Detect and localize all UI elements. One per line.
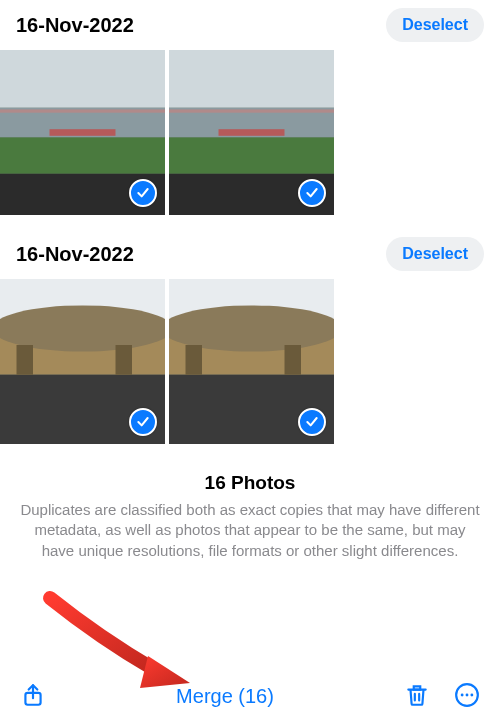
merge-button[interactable]: Merge (16) <box>176 685 274 708</box>
svg-rect-11 <box>219 129 285 136</box>
group-date: 16-Nov-2022 <box>16 243 134 266</box>
ellipsis-circle-icon <box>454 682 480 708</box>
svg-rect-17 <box>116 345 133 375</box>
svg-point-26 <box>461 693 464 696</box>
thumbnail-row <box>0 279 500 458</box>
selected-check-icon <box>129 408 157 436</box>
svg-rect-5 <box>50 129 116 136</box>
svg-point-27 <box>466 693 469 696</box>
photo-thumbnail[interactable] <box>169 50 334 215</box>
thumbnail-row <box>0 50 500 229</box>
svg-point-28 <box>470 693 473 696</box>
svg-point-14 <box>0 305 165 351</box>
summary-title: 16 Photos <box>18 472 482 494</box>
selected-check-icon <box>298 408 326 436</box>
photo-thumbnail[interactable] <box>0 279 165 444</box>
deselect-button[interactable]: Deselect <box>386 8 484 42</box>
summary-text: Duplicates are classified both as exact … <box>18 500 482 561</box>
group-date: 16-Nov-2022 <box>16 14 134 37</box>
more-button[interactable] <box>450 678 484 715</box>
svg-rect-8 <box>169 137 334 173</box>
svg-rect-0 <box>0 50 165 108</box>
deselect-button[interactable]: Deselect <box>386 237 484 271</box>
svg-rect-22 <box>186 345 203 375</box>
photos-duplicates-screen: 16-Nov-2022 Deselect <box>0 0 500 728</box>
svg-rect-2 <box>0 137 165 173</box>
bottom-toolbar: Merge (16) <box>0 664 500 728</box>
group-header: 16-Nov-2022 Deselect <box>0 0 500 50</box>
svg-rect-4 <box>0 109 165 112</box>
svg-rect-6 <box>169 50 334 108</box>
duplicates-summary: 16 Photos Duplicates are classified both… <box>0 458 500 571</box>
selected-check-icon <box>129 179 157 207</box>
trash-icon <box>404 682 430 708</box>
svg-rect-10 <box>169 109 334 112</box>
share-icon <box>20 682 46 708</box>
photo-thumbnail[interactable] <box>169 279 334 444</box>
svg-point-20 <box>169 305 334 351</box>
delete-button[interactable] <box>400 678 434 715</box>
photo-thumbnail[interactable] <box>0 50 165 215</box>
selected-check-icon <box>298 179 326 207</box>
svg-rect-23 <box>285 345 302 375</box>
svg-rect-16 <box>17 345 34 375</box>
share-button[interactable] <box>16 678 50 715</box>
group-header: 16-Nov-2022 Deselect <box>0 229 500 279</box>
